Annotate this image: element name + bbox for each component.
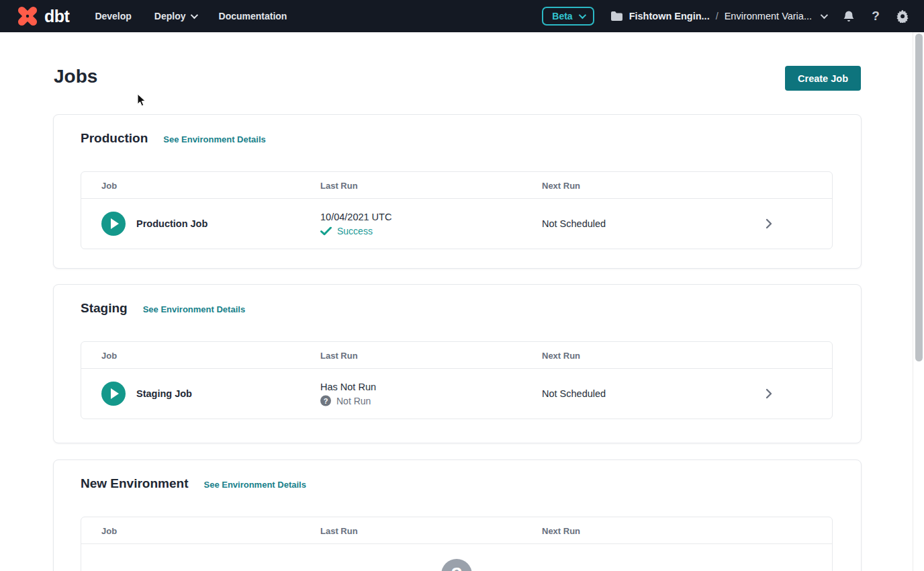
navbar-icons: ?: [842, 9, 909, 23]
environment-header: Staging See Environment Details: [81, 301, 245, 316]
help-icon[interactable]: ?: [869, 9, 882, 23]
job-name: Staging Job: [136, 388, 192, 399]
main-nav: Develop Deploy Documentation: [95, 11, 287, 21]
column-header-job: Job: [101, 180, 117, 190]
job-name: Production Job: [136, 218, 207, 229]
jobs-table: Job Last Run Next Run Staging Job Has No…: [81, 341, 833, 419]
last-run-status: ? Not Run: [320, 396, 376, 406]
job-row-staging-job[interactable]: Staging Job Has Not Run ? Not Run Not Sc…: [81, 369, 832, 419]
last-run-date: 10/04/2021 UTC: [320, 212, 391, 222]
jobs-table-header: Job Last Run Next Run: [81, 517, 832, 544]
chevron-down-icon: [578, 11, 586, 19]
last-run-cell: 10/04/2021 UTC Success: [320, 212, 391, 236]
column-header-job: Job: [101, 525, 117, 535]
folder-icon: [610, 11, 623, 21]
nav-item-documentation-label: Documentation: [219, 11, 287, 21]
nav-item-deploy[interactable]: Deploy: [154, 11, 196, 21]
nav-item-develop-label: Develop: [95, 11, 131, 21]
chevron-down-icon: [821, 11, 828, 19]
jobs-table-header: Job Last Run Next Run: [81, 342, 832, 369]
chevron-right-icon[interactable]: [764, 218, 774, 229]
settings-gear-icon[interactable]: [896, 9, 909, 23]
beta-label: Beta: [552, 11, 572, 21]
dbt-logo-text: dbt: [44, 7, 69, 26]
top-navbar: dbt Develop Deploy Documentation Beta Fi…: [0, 0, 924, 32]
breadcrumb-project[interactable]: Environment Varia...: [725, 11, 812, 21]
mouse-cursor: [137, 93, 146, 107]
breadcrumb[interactable]: Fishtown Engin... / Environment Varia...: [610, 11, 826, 21]
question-circle-icon: ?: [441, 559, 472, 571]
notifications-bell-icon[interactable]: [842, 9, 856, 23]
environment-name: Production: [81, 131, 148, 146]
run-job-play-button[interactable]: [101, 382, 126, 406]
nav-item-develop[interactable]: Develop: [95, 11, 131, 21]
column-header-next-run: Next Run: [542, 525, 580, 535]
see-environment-details-link[interactable]: See Environment Details: [203, 480, 306, 490]
dbt-logo-icon: [16, 5, 39, 28]
column-header-last-run: Last Run: [320, 525, 358, 535]
column-header-next-run: Next Run: [542, 350, 580, 360]
vertical-scrollbar-track[interactable]: [913, 32, 924, 571]
run-job-play-button[interactable]: [101, 212, 126, 236]
jobs-table: Job Last Run Next Run Production Job 10/…: [81, 171, 833, 249]
environment-card-staging: Staging See Environment Details Job Last…: [53, 284, 862, 443]
vertical-scrollbar-thumb[interactable]: [915, 34, 923, 361]
beta-dropdown-button[interactable]: Beta: [542, 7, 594, 26]
status-label: Success: [337, 226, 373, 236]
column-header-last-run: Last Run: [320, 180, 358, 190]
job-row-production-job[interactable]: Production Job 10/04/2021 UTC Success No…: [81, 199, 832, 249]
dbt-logo[interactable]: dbt: [16, 5, 69, 28]
environment-card-production: Production See Environment Details Job L…: [53, 114, 862, 269]
nav-item-deploy-label: Deploy: [154, 11, 186, 21]
environment-header: New Environment See Environment Details: [81, 476, 306, 491]
last-run-cell: Has Not Run ? Not Run: [320, 382, 376, 406]
status-label: Not Run: [336, 396, 371, 406]
not-run-question-icon: ?: [320, 396, 331, 406]
see-environment-details-link[interactable]: See Environment Details: [143, 304, 245, 314]
page-title: Jobs: [54, 66, 97, 87]
chevron-down-icon: [190, 11, 197, 19]
jobs-table: Job Last Run Next Run ?: [81, 517, 833, 571]
next-run-cell: Not Scheduled: [542, 218, 606, 229]
navbar-right: Beta Fishtown Engin... / Environment Var…: [542, 7, 909, 26]
chevron-right-icon[interactable]: [764, 388, 774, 399]
see-environment-details-link[interactable]: See Environment Details: [163, 134, 265, 144]
column-header-job: Job: [101, 350, 117, 360]
jobs-table-header: Job Last Run Next Run: [81, 172, 832, 199]
empty-jobs-state: ?: [81, 544, 832, 571]
nav-item-documentation[interactable]: Documentation: [219, 11, 287, 21]
column-header-last-run: Last Run: [320, 350, 358, 360]
success-check-icon: [320, 226, 332, 235]
breadcrumb-separator: /: [716, 11, 719, 21]
environment-name: New Environment: [81, 476, 188, 491]
last-run-status: Success: [320, 226, 391, 236]
last-run-date: Has Not Run: [320, 382, 376, 392]
column-header-next-run: Next Run: [542, 180, 580, 190]
create-job-button[interactable]: Create Job: [785, 66, 861, 91]
environment-header: Production See Environment Details: [81, 131, 266, 146]
environment-name: Staging: [81, 301, 128, 316]
breadcrumb-account[interactable]: Fishtown Engin...: [629, 11, 710, 21]
next-run-cell: Not Scheduled: [542, 388, 606, 399]
environment-card-new-environment: New Environment See Environment Details …: [53, 459, 862, 571]
